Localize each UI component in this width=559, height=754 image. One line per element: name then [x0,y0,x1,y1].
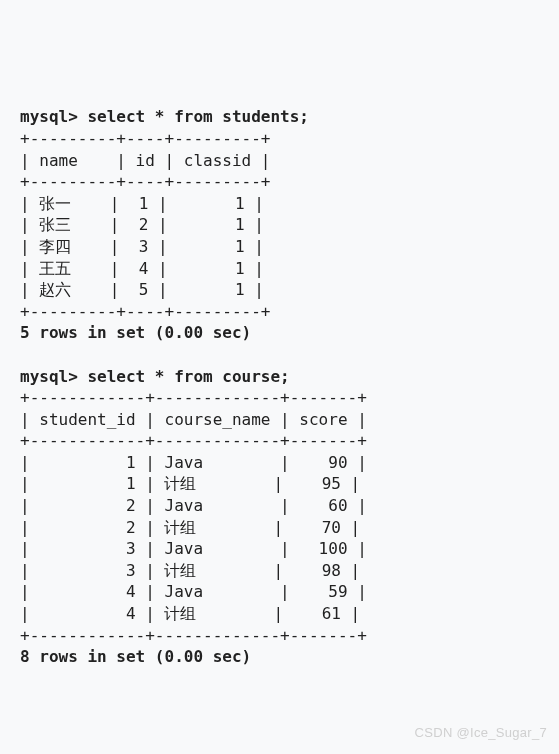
terminal-output: mysql> select * from students; +--------… [20,106,539,667]
table-row: | 4 | 计组 | 61 | [20,604,360,623]
table-row: | 李四 | 3 | 1 | [20,237,264,256]
table-row: | 张三 | 2 | 1 | [20,215,264,234]
mysql-prompt: mysql> [20,107,87,126]
table-header: | student_id | course_name | score | [20,410,367,429]
table-row: | 1 | Java | 90 | [20,453,367,472]
sql-query-1: select * from students; [87,107,309,126]
table-row: | 王五 | 4 | 1 | [20,259,264,278]
mysql-prompt: mysql> [20,367,87,386]
query-status: 8 rows in set (0.00 sec) [20,647,251,666]
table-row: | 张一 | 1 | 1 | [20,194,264,213]
table-row: | 3 | 计组 | 98 | [20,561,360,580]
table-row: | 1 | 计组 | 95 | [20,474,360,493]
table-border: +---------+----+---------+ [20,172,270,191]
query-status: 5 rows in set (0.00 sec) [20,323,251,342]
table-header: | name | id | classid | [20,151,270,170]
table-row: | 2 | 计组 | 70 | [20,518,360,537]
table-border: +---------+----+---------+ [20,302,270,321]
sql-query-2: select * from course; [87,367,289,386]
table-border: +---------+----+---------+ [20,129,270,148]
watermark: CSDN @Ice_Sugar_7 [415,724,547,742]
table-border: +------------+-------------+-------+ [20,388,367,407]
table-border: +------------+-------------+-------+ [20,431,367,450]
table-border: +------------+-------------+-------+ [20,626,367,645]
table-row: | 3 | Java | 100 | [20,539,367,558]
table-row: | 2 | Java | 60 | [20,496,367,515]
table-row: | 赵六 | 5 | 1 | [20,280,264,299]
table-row: | 4 | Java | 59 | [20,582,367,601]
